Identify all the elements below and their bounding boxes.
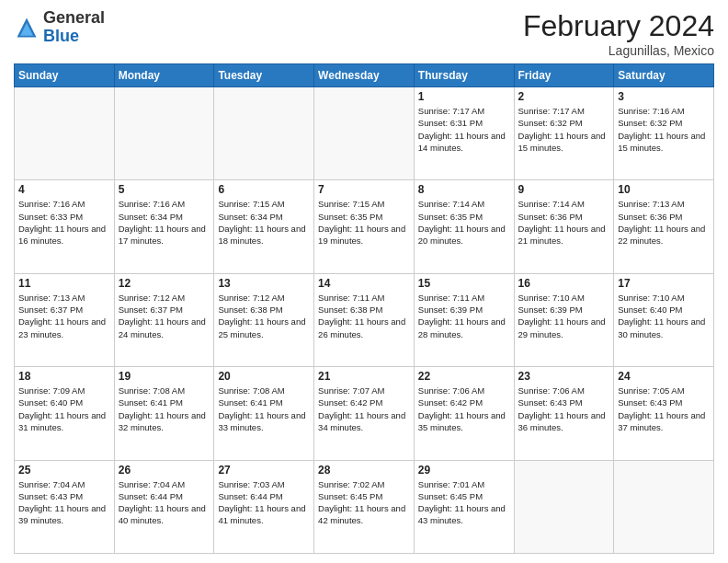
calendar-cell bbox=[214, 87, 314, 180]
calendar-cell: 19Sunrise: 7:08 AM Sunset: 6:41 PM Dayli… bbox=[114, 367, 214, 460]
calendar-cell: 21Sunrise: 7:07 AM Sunset: 6:42 PM Dayli… bbox=[314, 367, 415, 460]
day-info: Sunrise: 7:07 AM Sunset: 6:42 PM Dayligh… bbox=[318, 385, 410, 433]
weekday-header-friday: Friday bbox=[514, 64, 614, 87]
weekday-header-sunday: Sunday bbox=[15, 64, 115, 87]
calendar-cell: 27Sunrise: 7:03 AM Sunset: 6:44 PM Dayli… bbox=[214, 460, 314, 553]
week-row-5: 25Sunrise: 7:04 AM Sunset: 6:43 PM Dayli… bbox=[15, 460, 714, 553]
weekday-header-tuesday: Tuesday bbox=[214, 64, 314, 87]
title-block: February 2024 Lagunillas, Mexico bbox=[523, 9, 714, 58]
calendar-table: SundayMondayTuesdayWednesdayThursdayFrid… bbox=[14, 63, 714, 554]
weekday-header-row: SundayMondayTuesdayWednesdayThursdayFrid… bbox=[15, 64, 714, 87]
day-number: 18 bbox=[18, 370, 110, 383]
logo-text: General Blue bbox=[43, 9, 105, 46]
day-number: 16 bbox=[518, 277, 610, 290]
calendar-cell: 15Sunrise: 7:11 AM Sunset: 6:39 PM Dayli… bbox=[414, 273, 514, 366]
day-info: Sunrise: 7:04 AM Sunset: 6:43 PM Dayligh… bbox=[18, 478, 110, 527]
calendar-cell bbox=[114, 87, 214, 180]
day-number: 4 bbox=[18, 183, 110, 196]
week-row-4: 18Sunrise: 7:09 AM Sunset: 6:40 PM Dayli… bbox=[15, 367, 714, 460]
day-number: 12 bbox=[119, 277, 210, 290]
day-info: Sunrise: 7:16 AM Sunset: 6:32 PM Dayligh… bbox=[618, 105, 710, 154]
calendar-cell: 16Sunrise: 7:10 AM Sunset: 6:39 PM Dayli… bbox=[514, 273, 614, 366]
day-number: 24 bbox=[618, 370, 710, 383]
calendar-cell bbox=[614, 460, 714, 553]
day-number: 29 bbox=[418, 464, 510, 477]
day-info: Sunrise: 7:08 AM Sunset: 6:41 PM Dayligh… bbox=[218, 385, 310, 433]
calendar-cell bbox=[514, 460, 614, 553]
week-row-2: 4Sunrise: 7:16 AM Sunset: 6:33 PM Daylig… bbox=[15, 180, 714, 273]
calendar-cell: 6Sunrise: 7:15 AM Sunset: 6:34 PM Daylig… bbox=[214, 180, 314, 273]
day-info: Sunrise: 7:12 AM Sunset: 6:37 PM Dayligh… bbox=[119, 292, 210, 340]
day-info: Sunrise: 7:06 AM Sunset: 6:43 PM Dayligh… bbox=[518, 385, 610, 433]
logo: General Blue bbox=[14, 9, 105, 46]
day-info: Sunrise: 7:06 AM Sunset: 6:42 PM Dayligh… bbox=[418, 385, 510, 433]
day-number: 10 bbox=[618, 183, 710, 196]
week-row-1: 1Sunrise: 7:17 AM Sunset: 6:31 PM Daylig… bbox=[15, 87, 714, 180]
calendar-cell: 8Sunrise: 7:14 AM Sunset: 6:35 PM Daylig… bbox=[414, 180, 514, 273]
day-number: 13 bbox=[218, 277, 310, 290]
logo-icon bbox=[14, 15, 40, 40]
day-info: Sunrise: 7:14 AM Sunset: 6:36 PM Dayligh… bbox=[518, 198, 610, 247]
calendar-cell: 7Sunrise: 7:15 AM Sunset: 6:35 PM Daylig… bbox=[314, 180, 415, 273]
calendar-cell: 1Sunrise: 7:17 AM Sunset: 6:31 PM Daylig… bbox=[414, 87, 514, 180]
calendar-cell: 4Sunrise: 7:16 AM Sunset: 6:33 PM Daylig… bbox=[15, 180, 115, 273]
calendar-cell: 25Sunrise: 7:04 AM Sunset: 6:43 PM Dayli… bbox=[15, 460, 115, 553]
day-info: Sunrise: 7:15 AM Sunset: 6:34 PM Dayligh… bbox=[218, 198, 310, 247]
day-info: Sunrise: 7:17 AM Sunset: 6:32 PM Dayligh… bbox=[518, 105, 610, 154]
week-row-3: 11Sunrise: 7:13 AM Sunset: 6:37 PM Dayli… bbox=[15, 273, 714, 366]
day-info: Sunrise: 7:04 AM Sunset: 6:44 PM Dayligh… bbox=[119, 478, 210, 527]
day-number: 20 bbox=[218, 370, 310, 383]
day-number: 14 bbox=[318, 277, 410, 290]
day-info: Sunrise: 7:14 AM Sunset: 6:35 PM Dayligh… bbox=[418, 198, 510, 247]
day-number: 21 bbox=[318, 370, 410, 383]
day-info: Sunrise: 7:09 AM Sunset: 6:40 PM Dayligh… bbox=[18, 385, 110, 433]
logo-blue-text: Blue bbox=[43, 27, 79, 45]
calendar-cell: 20Sunrise: 7:08 AM Sunset: 6:41 PM Dayli… bbox=[214, 367, 314, 460]
day-info: Sunrise: 7:17 AM Sunset: 6:31 PM Dayligh… bbox=[418, 105, 510, 154]
day-number: 15 bbox=[418, 277, 510, 290]
header: General Blue February 2024 Lagunillas, M… bbox=[14, 9, 714, 58]
day-number: 1 bbox=[418, 90, 510, 103]
logo-general-text: General bbox=[43, 8, 105, 27]
weekday-header-saturday: Saturday bbox=[614, 64, 714, 87]
day-info: Sunrise: 7:02 AM Sunset: 6:45 PM Dayligh… bbox=[318, 478, 410, 527]
calendar-cell: 28Sunrise: 7:02 AM Sunset: 6:45 PM Dayli… bbox=[314, 460, 415, 553]
day-info: Sunrise: 7:03 AM Sunset: 6:44 PM Dayligh… bbox=[218, 478, 310, 527]
day-number: 22 bbox=[418, 370, 510, 383]
day-number: 25 bbox=[18, 464, 110, 477]
day-info: Sunrise: 7:01 AM Sunset: 6:45 PM Dayligh… bbox=[418, 478, 510, 527]
day-number: 28 bbox=[318, 464, 410, 477]
calendar-cell: 17Sunrise: 7:10 AM Sunset: 6:40 PM Dayli… bbox=[614, 273, 714, 366]
calendar-cell: 13Sunrise: 7:12 AM Sunset: 6:38 PM Dayli… bbox=[214, 273, 314, 366]
day-info: Sunrise: 7:16 AM Sunset: 6:33 PM Dayligh… bbox=[18, 198, 110, 247]
day-number: 23 bbox=[518, 370, 610, 383]
day-number: 19 bbox=[119, 370, 210, 383]
day-number: 2 bbox=[518, 90, 610, 103]
weekday-header-thursday: Thursday bbox=[414, 64, 514, 87]
day-number: 27 bbox=[218, 464, 310, 477]
calendar-cell: 11Sunrise: 7:13 AM Sunset: 6:37 PM Dayli… bbox=[15, 273, 115, 366]
day-number: 3 bbox=[618, 90, 710, 103]
page: General Blue February 2024 Lagunillas, M… bbox=[0, 0, 728, 563]
day-number: 5 bbox=[119, 183, 210, 196]
day-number: 11 bbox=[18, 277, 110, 290]
day-info: Sunrise: 7:16 AM Sunset: 6:34 PM Dayligh… bbox=[119, 198, 210, 247]
month-year: February 2024 bbox=[523, 9, 714, 43]
calendar-cell: 10Sunrise: 7:13 AM Sunset: 6:36 PM Dayli… bbox=[614, 180, 714, 273]
calendar-cell: 26Sunrise: 7:04 AM Sunset: 6:44 PM Dayli… bbox=[114, 460, 214, 553]
day-info: Sunrise: 7:11 AM Sunset: 6:39 PM Dayligh… bbox=[418, 292, 510, 340]
day-info: Sunrise: 7:10 AM Sunset: 6:39 PM Dayligh… bbox=[518, 292, 610, 340]
calendar-cell: 2Sunrise: 7:17 AM Sunset: 6:32 PM Daylig… bbox=[514, 87, 614, 180]
calendar-cell: 9Sunrise: 7:14 AM Sunset: 6:36 PM Daylig… bbox=[514, 180, 614, 273]
day-number: 17 bbox=[618, 277, 710, 290]
day-info: Sunrise: 7:11 AM Sunset: 6:38 PM Dayligh… bbox=[318, 292, 410, 340]
calendar-cell: 22Sunrise: 7:06 AM Sunset: 6:42 PM Dayli… bbox=[414, 367, 514, 460]
day-info: Sunrise: 7:05 AM Sunset: 6:43 PM Dayligh… bbox=[618, 385, 710, 433]
day-number: 6 bbox=[218, 183, 310, 196]
calendar-cell: 5Sunrise: 7:16 AM Sunset: 6:34 PM Daylig… bbox=[114, 180, 214, 273]
calendar-cell: 14Sunrise: 7:11 AM Sunset: 6:38 PM Dayli… bbox=[314, 273, 415, 366]
day-number: 8 bbox=[418, 183, 510, 196]
calendar-cell: 18Sunrise: 7:09 AM Sunset: 6:40 PM Dayli… bbox=[15, 367, 115, 460]
weekday-header-monday: Monday bbox=[114, 64, 214, 87]
weekday-header-wednesday: Wednesday bbox=[314, 64, 415, 87]
